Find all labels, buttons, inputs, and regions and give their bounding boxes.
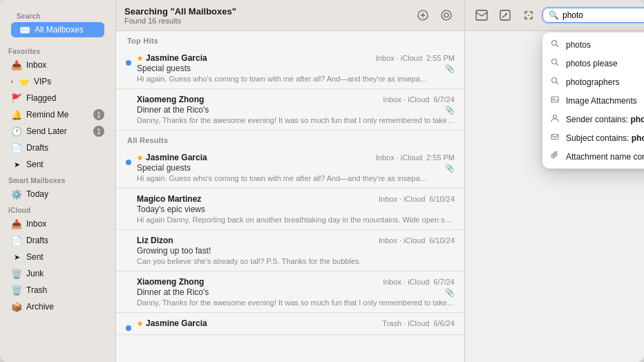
sidebar-item-label: Send Later <box>26 126 89 136</box>
sidebar-item-label: Inbox <box>26 219 104 229</box>
email-meta: Trash · iCloud 6/6/24 <box>382 319 455 327</box>
new-message-button[interactable] <box>472 6 491 25</box>
email-sender: Magico Martinez <box>137 194 201 204</box>
paperclip-icon <box>551 151 560 162</box>
email-location: Inbox · iCloud <box>383 95 429 104</box>
sidebar-item-label: Flagged <box>26 93 104 103</box>
sidebar-item-icloud-inbox[interactable]: 📥 Inbox <box>3 216 113 231</box>
sidebar-item-icloud-sent[interactable]: ➤ Sent <box>3 249 113 265</box>
email-location: Inbox · iCloud <box>379 236 425 245</box>
email-time: 2:55 PM <box>426 54 455 62</box>
search-input[interactable] <box>562 10 644 20</box>
sidebar-item-flagged[interactable]: 🚩 Flagged <box>3 90 113 106</box>
envelope-icon <box>551 133 560 143</box>
email-item[interactable]: ★ Jasmine Garcia Inbox · iCloud 2:55 PM … <box>116 147 464 189</box>
all-results-header: All Results <box>116 131 464 147</box>
email-location: Inbox · iCloud <box>379 195 425 203</box>
sidebar-item-today[interactable]: ⚙️ Today <box>3 187 113 202</box>
email-time: 2:55 PM <box>426 153 455 162</box>
icloud-label: iCloud <box>0 202 115 216</box>
email-meta: Inbox · iCloud 2:55 PM <box>376 153 455 162</box>
email-item[interactable]: ★ Jasmine Garcia Inbox · iCloud 2:55 PM … <box>116 48 464 89</box>
svg-point-4 <box>444 13 448 17</box>
svg-line-8 <box>556 45 558 47</box>
vip-star-icon: ★ <box>137 154 143 162</box>
email-sender: Xiaomeng Zhong <box>137 95 204 104</box>
dropdown-item-attachment-contains[interactable]: Attachment name contains: photo <box>542 147 644 166</box>
top-hits-header: Top Hits <box>116 31 464 48</box>
all-mailboxes-icon: ✉️ <box>19 24 30 35</box>
drafts-icon: 📄 <box>11 142 22 153</box>
vip-star-icon: ★ <box>137 320 143 327</box>
chevron-icon: › <box>11 78 13 85</box>
email-sender: ★ Jasmine Garcia <box>137 318 207 328</box>
email-item[interactable]: ★ Jasmine Garcia Trash · iCloud 6/6/24 <box>116 313 464 335</box>
attachment-icon: 📎 <box>445 64 455 73</box>
email-subject: Growing up too fast! <box>137 246 211 256</box>
email-subject: Special guests <box>137 64 191 73</box>
email-location: Inbox · iCloud <box>383 278 429 286</box>
toolbar-title-area: Searching "All Mailboxes" Found 16 resul… <box>124 6 408 25</box>
svg-rect-13 <box>551 97 558 102</box>
email-item[interactable]: Xiaomeng Zhong Inbox · iCloud 6/7/24 Din… <box>116 89 464 131</box>
sidebar: Search ✉️ All Mailboxes Favorites 📥 Inbo… <box>0 0 116 362</box>
sidebar-item-sent[interactable]: ➤ Sent <box>3 157 113 172</box>
send-later-icon: 🕐 <box>11 126 22 137</box>
email-location: Trash · iCloud <box>382 319 429 327</box>
sent-icon: ➤ <box>11 159 22 170</box>
email-row2: Today's epic views <box>137 204 455 215</box>
svg-point-3 <box>442 10 451 20</box>
email-row2: Dinner at the Rico's 📎 <box>137 105 455 115</box>
svg-point-15 <box>553 115 557 119</box>
dropdown-item-photos-please[interactable]: photos please <box>542 54 644 73</box>
dropdown-item-sender-contains[interactable]: Sender contains: photo <box>542 110 644 128</box>
sidebar-item-label: Remind Me <box>26 110 89 120</box>
attachment-icon: 📎 <box>445 164 455 173</box>
remind-me-badge: 1 <box>93 109 104 120</box>
sidebar-item-send-later[interactable]: 🕐 Send Later 1 <box>3 124 113 139</box>
sidebar-item-drafts[interactable]: 📄 Drafts <box>3 140 113 155</box>
unread-dot <box>126 60 131 66</box>
smart-mailboxes-label: Smart Mailboxes <box>0 173 115 186</box>
sidebar-item-icloud-drafts[interactable]: 📄 Drafts <box>3 233 113 248</box>
email-time: 6/10/24 <box>429 236 455 245</box>
sidebar-item-inbox[interactable]: 📥 Inbox <box>3 57 113 73</box>
dropdown-item-subject-contains[interactable]: Subject contains: photo <box>542 128 644 147</box>
inbox-icon: 📥 <box>11 59 22 70</box>
dropdown-item-text: Image Attachments <box>566 96 644 106</box>
favorites-label: Favorites <box>0 44 115 57</box>
toolbar-actions <box>413 6 456 25</box>
compose-button[interactable] <box>495 6 515 25</box>
email-preview: Hi again Danny, Reporting back on anothe… <box>137 216 455 224</box>
sidebar-item-icloud-trash[interactable]: 🗑️ Trash <box>3 283 113 298</box>
dropdown-item-photos[interactable]: photos <box>542 35 644 54</box>
email-item[interactable]: Liz Dizon Inbox · iCloud 6/10/24 Growing… <box>116 230 464 272</box>
filter-button[interactable] <box>437 6 456 25</box>
sidebar-item-icloud-archive[interactable]: 📦 Archive <box>3 299 113 314</box>
flagged-icon: 🚩 <box>11 93 22 104</box>
email-meta: Inbox · iCloud 6/7/24 <box>383 95 455 104</box>
add-mailbox-button[interactable] <box>413 6 433 25</box>
expand-button[interactable] <box>519 6 538 25</box>
email-item[interactable]: Xiaomeng Zhong Inbox · iCloud 6/7/24 Din… <box>116 272 464 313</box>
image-icon <box>551 95 560 106</box>
dropdown-item-photographers[interactable]: photographers <box>542 73 644 91</box>
sidebar-item-vips[interactable]: › ⭐ VIPs <box>3 74 113 89</box>
email-row1: Liz Dizon Inbox · iCloud 6/10/24 <box>137 236 455 245</box>
email-list: Top Hits ★ Jasmine Garcia Inbox · iCloud… <box>116 31 464 362</box>
dropdown-item-image-attachments[interactable]: Image Attachments <box>542 91 644 110</box>
sidebar-item-all-mailboxes[interactable]: ✉️ All Mailboxes <box>11 22 104 37</box>
search-subtitle: Found 16 results <box>124 17 408 25</box>
search-icon <box>551 77 560 87</box>
sidebar-item-label: Sent <box>26 160 104 169</box>
search-icon <box>551 58 560 68</box>
email-time: 6/6/24 <box>433 319 455 327</box>
email-row2: Dinner at the Rico's 📎 <box>137 287 455 298</box>
sidebar-item-remind-me[interactable]: 🔔 Remind Me 1 <box>3 107 113 122</box>
email-item[interactable]: Magico Martinez Inbox · iCloud 6/10/24 T… <box>116 189 464 230</box>
email-subject: Dinner at the Rico's <box>137 287 209 297</box>
email-preview: Danny, Thanks for the awesome evening! I… <box>137 298 455 307</box>
sidebar-item-icloud-junk[interactable]: 🗑️ Junk <box>3 266 113 281</box>
unread-dot <box>126 160 131 165</box>
viewer-toolbar: 🔍 ✕ photos <box>465 0 644 31</box>
